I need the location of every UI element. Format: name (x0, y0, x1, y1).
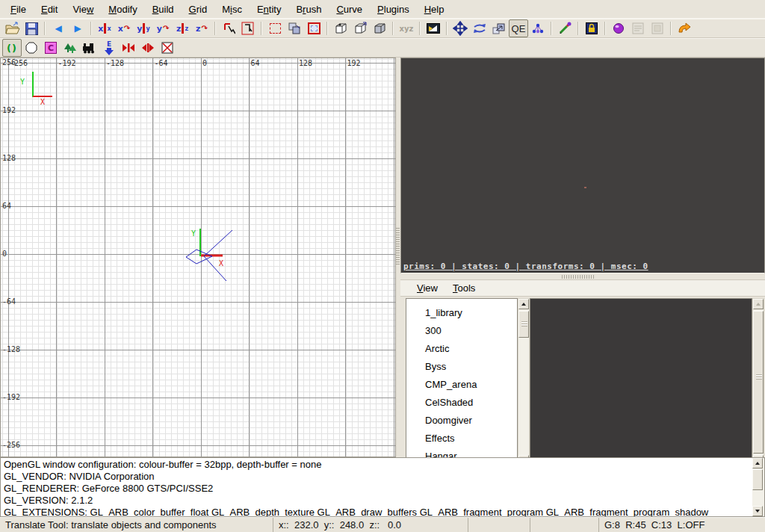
menu-modify[interactable]: Modify (101, 1, 144, 18)
origin-axis-y-label: Y (191, 229, 196, 238)
camera-3d-view[interactable]: prims: 0 | states: 0 | transforms: 0 | m… (400, 58, 765, 273)
arrow-up-icon (755, 462, 760, 465)
menu-entity[interactable]: Entity (250, 1, 289, 18)
ruler-y-label: 256 (2, 58, 16, 66)
scroll-down-button[interactable] (752, 506, 763, 516)
select-edit-cursor-button[interactable] (219, 19, 238, 37)
console-panel: OpenGL window configuration: colour-buff… (0, 457, 765, 517)
workspace: Y X Y X -256-192-128-6406412819225625619… (0, 58, 765, 457)
ruler-y-label: 64 (2, 202, 11, 210)
toggle-camera-rotate-button[interactable]: () (2, 39, 22, 57)
open-file-button[interactable] (2, 19, 22, 37)
texture-folder-list[interactable]: 1_library300ArcticByssCMP_arenaCelShaded… (406, 298, 518, 466)
menu-brush[interactable]: Brush (288, 1, 329, 18)
folder-item[interactable]: CMP_arena (406, 376, 517, 394)
refresh-models-button[interactable] (675, 19, 694, 37)
ruler-y-label: 0 (2, 250, 7, 258)
status-empty-1 (468, 518, 530, 532)
texture-preview-panel[interactable] (530, 298, 752, 466)
scroll-up-button[interactable] (752, 458, 763, 468)
preview-box-button[interactable] (648, 19, 667, 37)
select-edit-box-button[interactable] (238, 19, 258, 37)
ruler-y-label: -192 (2, 393, 20, 401)
ruler-y-label: -64 (2, 297, 16, 306)
clipper-xyz-button[interactable]: xyz (397, 19, 416, 37)
horizontal-splitter[interactable] (400, 273, 765, 279)
console-output: OpenGL window configuration: colour-buff… (1, 458, 752, 516)
menu-file[interactable]: File (3, 1, 34, 18)
edit-script-button[interactable] (628, 19, 648, 37)
menu-grid[interactable]: Grid (182, 1, 215, 18)
select-area-button[interactable] (265, 19, 285, 37)
folder-item[interactable]: 300 (406, 322, 517, 340)
arrow-up-icon (756, 303, 761, 306)
scrollbar-thumb[interactable] (518, 311, 529, 338)
nodraw-toggle-button[interactable] (158, 39, 177, 57)
arrow-up-icon (521, 303, 526, 306)
folder-item[interactable]: Arctic (406, 340, 517, 358)
texture-preview-scrollbar[interactable] (752, 298, 764, 466)
scroll-up-button[interactable] (518, 299, 529, 309)
menu-view[interactable]: View (65, 1, 101, 18)
ruler-x-label: 128 (299, 59, 312, 67)
ruler-x-label: 192 (347, 59, 361, 67)
folder-item[interactable]: Byss (406, 358, 517, 376)
menu-tools[interactable]: Tools (445, 279, 483, 297)
folder-item[interactable]: 1_library (406, 304, 517, 322)
next-spot-button[interactable] (138, 39, 158, 57)
flip-x-button[interactable]: xx (95, 19, 114, 37)
foliage-tool-button[interactable] (61, 39, 80, 57)
scrollbar-thumb[interactable] (753, 311, 764, 454)
texture-lock-button[interactable] (582, 19, 601, 37)
menu-view[interactable]: View (409, 279, 445, 297)
drop-entity-button[interactable]: E (99, 39, 119, 57)
csg-merge-button[interactable] (350, 19, 370, 37)
grid-2d-view[interactable]: Y X Y X -256-192-128-6406412819225625619… (0, 58, 396, 457)
toolbar-separator (214, 22, 216, 35)
menu-edit[interactable]: Edit (34, 1, 65, 18)
flip-z-button[interactable]: zz (173, 19, 192, 37)
arrow-down-icon (755, 510, 760, 513)
folder-list-scrollbar[interactable] (518, 298, 530, 466)
menu-curve[interactable]: Curve (329, 1, 370, 18)
vertex-edit-button[interactable] (528, 19, 548, 37)
undo-button[interactable]: ◀ (49, 19, 68, 37)
qe-tool-button[interactable]: QE (509, 19, 528, 37)
select-duplicate-button[interactable] (285, 19, 304, 37)
menu-build[interactable]: Build (145, 1, 182, 18)
texture-paint-button[interactable] (555, 19, 574, 37)
right-panel: prims: 0 | states: 0 | transforms: 0 | m… (400, 58, 765, 457)
folder-item[interactable]: CelShaded (406, 394, 517, 412)
toolbar-separator (604, 22, 606, 35)
csg-hollow-button[interactable] (370, 19, 389, 37)
polygon-tool-button[interactable] (22, 39, 41, 57)
caulk-brush-button[interactable]: C (41, 39, 61, 57)
menu-help[interactable]: Help (417, 1, 452, 18)
change-views-button[interactable] (424, 19, 443, 37)
menu-plugins[interactable]: Plugins (370, 1, 417, 18)
rotate-z-button[interactable]: z↷ (192, 19, 211, 37)
console-line: GL_VERSION: 2.1.2 (4, 495, 749, 507)
rotate-x-button[interactable]: x↷ (114, 19, 134, 37)
flip-y-button[interactable]: yy (134, 19, 153, 37)
light-entity-button[interactable] (609, 19, 628, 37)
prev-spot-button[interactable] (119, 39, 138, 57)
redo-button[interactable]: ▶ (68, 19, 87, 37)
folder-item[interactable]: Doomgiver (406, 412, 517, 430)
select-touching-button[interactable] (304, 19, 323, 37)
translate-tool-button[interactable] (450, 19, 470, 37)
folder-item[interactable]: Effects (406, 430, 517, 448)
rotate-tool-button[interactable] (470, 19, 489, 37)
menu-misc[interactable]: Misc (214, 1, 250, 18)
console-line: GL_RENDERER: GeForce 8800 GTS/PCI/SSE2 (4, 483, 749, 495)
scrollbar-thumb[interactable] (752, 469, 763, 490)
save-file-button[interactable] (22, 19, 41, 37)
scroll-up-button[interactable] (753, 299, 764, 309)
scale-tool-button[interactable] (489, 19, 509, 37)
rotate-y-button[interactable]: y↷ (153, 19, 173, 37)
splitter-grip (396, 228, 400, 265)
train-path-button[interactable] (80, 39, 99, 57)
ruler-x-label: -64 (155, 59, 168, 67)
console-scrollbar[interactable] (752, 458, 764, 516)
csg-subtract-button[interactable] (331, 19, 350, 37)
